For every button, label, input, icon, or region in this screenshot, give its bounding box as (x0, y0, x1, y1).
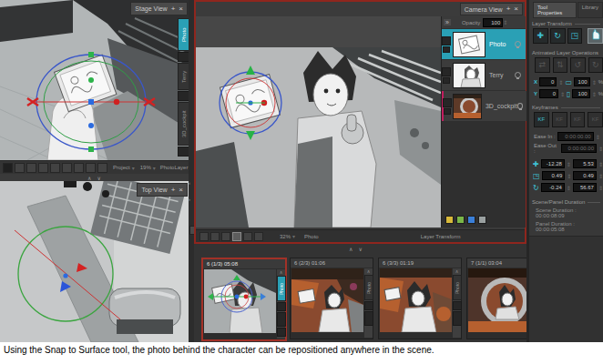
ease-in-field[interactable]: 0:00:00.00 (557, 132, 594, 141)
camera-zoom-dropdown[interactable]: 32% (280, 234, 291, 239)
folder-icon[interactable] (445, 216, 454, 224)
scale-y-field[interactable]: 0.49 (573, 171, 597, 180)
scale-tool-button[interactable]: ◳ (567, 28, 583, 44)
view-mode-icon[interactable] (210, 232, 220, 241)
top-view-tab[interactable]: Top View + × (137, 183, 188, 197)
top-viewport-canvas[interactable] (0, 181, 189, 342)
spinner-icon[interactable]: ⇕ (592, 79, 597, 86)
top-close-icon[interactable]: × (179, 187, 183, 194)
stage-tool-icon[interactable] (26, 163, 36, 173)
layer-visibility-lightbulb-icon[interactable] (515, 41, 521, 47)
spinner-icon[interactable]: ⇕ (598, 185, 603, 191)
spinner-icon[interactable]: ⇕ (567, 185, 571, 191)
tab-library[interactable]: Library (577, 2, 603, 18)
stage-view-tab[interactable]: Stage View + × (130, 2, 188, 15)
camera-close-icon[interactable]: × (514, 5, 518, 13)
spinner-icon[interactable]: ⇕ (598, 146, 603, 152)
top-add-icon[interactable]: + (171, 187, 176, 194)
stage-project-dropdown[interactable]: Project (113, 165, 130, 170)
camera-tabbar: Camera View + × (196, 2, 525, 16)
view-mode-icon[interactable] (254, 232, 263, 241)
splitter-up-icon[interactable]: ∧ (87, 175, 91, 181)
lock-icon[interactable] (478, 216, 486, 224)
scale-x-field[interactable]: 0.49 (542, 171, 566, 180)
splitter-down-icon[interactable]: ∨ (97, 175, 101, 181)
strip-chevron-left-icon[interactable]: ‹ (189, 180, 190, 186)
layer-visibility-lightbulb-icon[interactable] (515, 72, 521, 78)
stage-tool-icon[interactable] (50, 163, 60, 173)
add-keyframe-button[interactable]: KF (534, 112, 549, 127)
spinner-icon[interactable]: ⇕ (598, 173, 603, 179)
spinner-icon[interactable]: ⇕ (592, 91, 597, 97)
stage-tool-icon[interactable] (97, 163, 107, 173)
view-mode-icon[interactable] (221, 232, 230, 241)
stage-tool-icon[interactable] (86, 163, 96, 173)
rotation-field-2[interactable]: 56.67 (573, 183, 597, 192)
collapse-caret-icon[interactable]: ∧ (367, 269, 371, 274)
prev-keyframe-button[interactable]: KF (570, 112, 586, 127)
translate-tool-button[interactable]: ✚ (533, 28, 548, 44)
view-mode-icon[interactable] (243, 232, 252, 241)
view-mode-icon[interactable] (199, 232, 209, 241)
ease-out-field[interactable]: 0:00:00.00 (561, 144, 597, 153)
stage-layer-dropdown[interactable]: PhotoLayer (160, 165, 189, 170)
stage-tool-icon[interactable] (15, 163, 25, 173)
rotate-tool-button[interactable]: ↻ (550, 28, 566, 44)
camera-view-tab[interactable]: Camera View + × (460, 3, 523, 15)
rotate-ccw-button[interactable]: ↺ (570, 57, 586, 73)
layer-row-terry[interactable]: Terry (442, 60, 526, 90)
flip-horizontal-button[interactable]: ⇄ (535, 57, 550, 73)
flip-vertical-button[interactable]: ⇅ (553, 57, 568, 73)
opacity-field[interactable]: 100 (483, 18, 503, 27)
panel-layer-tab-photo[interactable]: Photo (364, 275, 373, 300)
panel-thumbnail-1[interactable]: 6 (1/3) 05:08 ∧ Photo (201, 258, 287, 341)
stage-viewport-canvas[interactable] (0, 0, 189, 160)
stage-zoom-dropdown[interactable]: 19% (140, 165, 151, 170)
position-y-field[interactable]: 5.53 (573, 159, 597, 168)
stage-tool-icon[interactable] (3, 163, 13, 173)
strip-chevron-right-icon[interactable]: › (189, 197, 190, 202)
rotate-cw-button[interactable]: ↻ (588, 57, 603, 73)
splitter-up-icon[interactable]: ∧ (349, 246, 353, 252)
stage-top-splitter[interactable]: ∧ ∨ (0, 174, 189, 181)
stage-tool-icon[interactable] (74, 163, 84, 173)
layer-row-photo[interactable]: Photo (442, 29, 526, 59)
splitter-down-icon[interactable]: ∨ (358, 246, 362, 252)
spinner-icon[interactable]: ⇕ (567, 161, 571, 167)
spinner-icon[interactable]: ⇕ (560, 91, 565, 97)
layer-row-3d-cockpit[interactable]: 3D_cockpit (442, 91, 527, 121)
position-x-field[interactable]: -12.28 (541, 159, 565, 168)
offset-x-field[interactable]: 0 (539, 77, 557, 86)
panel-thumbnail-3[interactable]: 6 (3/3) 01:19 ∧ Photo (378, 258, 462, 339)
width-scale-field[interactable]: 100 (574, 77, 590, 86)
stage-tool-icon[interactable] (38, 163, 48, 173)
camera-add-icon[interactable]: + (506, 5, 511, 13)
collapse-caret-icon[interactable]: ∧ (280, 270, 283, 275)
spinner-icon[interactable]: ⇕ (598, 161, 603, 167)
rotation-field[interactable]: -0.24 (541, 183, 565, 192)
stage-add-icon[interactable]: + (171, 5, 176, 13)
delete-keyframe-button[interactable]: KF (552, 112, 567, 127)
stage-tool-icon[interactable] (62, 163, 72, 173)
pencil-icon[interactable] (456, 216, 465, 224)
camera-viewport-canvas[interactable] (196, 16, 441, 228)
opacity-spinner-icon[interactable]: ⇕ (503, 19, 507, 25)
next-keyframe-button[interactable]: KF (588, 112, 603, 127)
layer-visibility-lightbulb-icon[interactable] (517, 103, 523, 109)
view-mode-icon-active[interactable] (232, 232, 241, 241)
stage-close-icon[interactable]: × (179, 5, 183, 13)
spinner-icon[interactable]: ⇕ (558, 79, 563, 86)
camera-bottom-splitter[interactable]: ∧ ∨ (349, 246, 363, 252)
spinner-icon[interactable]: ⇕ (596, 134, 600, 140)
spinner-icon[interactable]: ⇕ (567, 173, 571, 179)
panel-layer-tab-photo[interactable]: Photo (277, 276, 286, 301)
globe-icon[interactable] (467, 216, 475, 224)
panel-layer-tab-photo[interactable]: Photo (453, 275, 462, 300)
panel-thumbnail-2[interactable]: 6 (2/3) 01:06 ∧ Photo (290, 258, 373, 339)
collapse-caret-icon[interactable]: ∧ (455, 269, 459, 274)
collapse-panel-icon[interactable]: » (444, 19, 451, 25)
tab-tool-properties[interactable]: Tool Properties (533, 2, 577, 18)
offset-y-field[interactable]: 0 (539, 89, 558, 98)
height-scale-field[interactable]: 100 (572, 89, 589, 98)
snap-to-surface-button[interactable] (588, 28, 603, 44)
